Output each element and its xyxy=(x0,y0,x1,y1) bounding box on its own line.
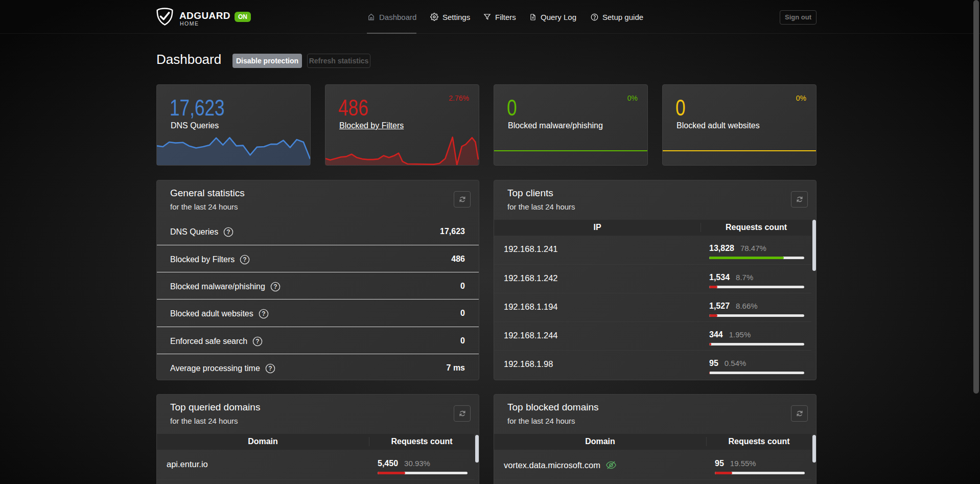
svg-text:?: ? xyxy=(227,228,230,236)
svg-text:?: ? xyxy=(243,256,247,263)
svg-text:?: ? xyxy=(268,365,272,372)
svg-text:?: ? xyxy=(262,310,265,317)
svg-text:?: ? xyxy=(273,283,277,290)
svg-text:?: ? xyxy=(256,338,260,345)
